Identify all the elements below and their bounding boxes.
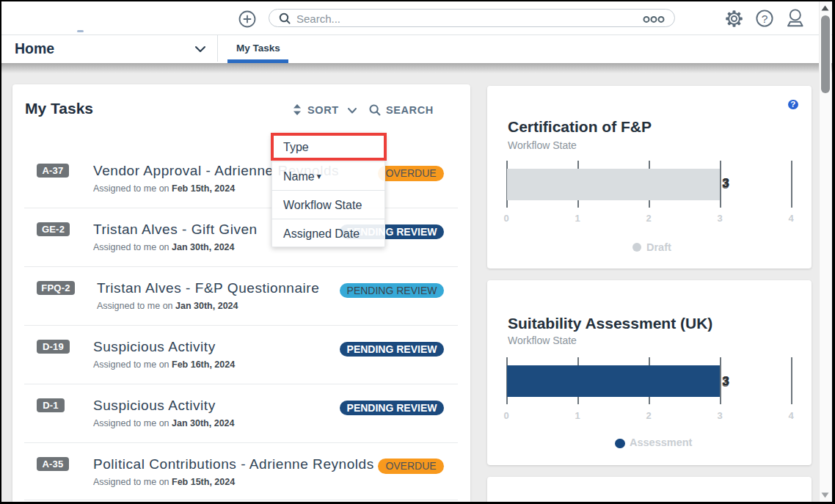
svg-text:?: ? (762, 12, 768, 25)
